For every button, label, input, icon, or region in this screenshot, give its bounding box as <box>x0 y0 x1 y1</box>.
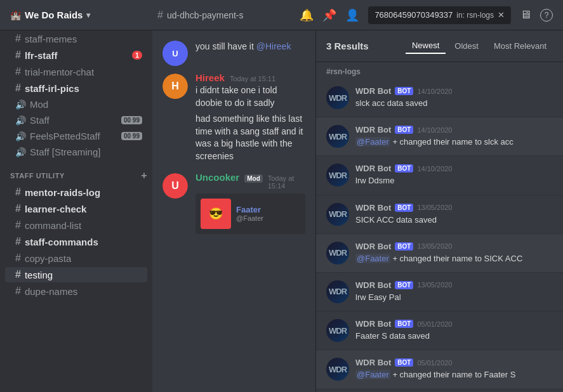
mention: @Faater <box>355 370 390 379</box>
result-date: 05/01/2020 <box>417 359 452 367</box>
hash-icon: # <box>15 33 21 44</box>
sidebar-item-staff-commands[interactable]: # staff-commands <box>5 234 147 249</box>
result-author: WDR Bot <box>355 242 391 251</box>
members-icon[interactable]: 👤 <box>345 8 359 22</box>
sidebar-item-trial-mentor-chat[interactable]: # trial-mentor-chat <box>5 64 147 79</box>
result-content: WDR Bot BOT 14/10/2020 lrw Ddsme <box>355 164 553 186</box>
search-result-item[interactable]: WDR WDR Bot BOT 13/05/2020 SICK ACC data… <box>316 195 563 234</box>
search-result-item[interactable]: WDR WDR Bot BOT 05/01/2020 Faater S data… <box>316 311 563 350</box>
bot-tag: BOT <box>395 204 413 212</box>
preview-name: Faater <box>236 205 263 214</box>
result-date: 14/10/2020 <box>417 126 452 134</box>
monitor-icon[interactable]: 🖥 <box>520 8 531 22</box>
search-tab-newest[interactable]: Newest <box>406 38 446 54</box>
sidebar-item-staff-streaming[interactable]: 🔊 Staff [Streaming] <box>5 145 147 159</box>
hash-icon: # <box>157 10 163 21</box>
result-content: WDR Bot BOT 05/01/2020 Faater S data sav… <box>355 319 553 342</box>
preview-info: Faater @Faater <box>236 205 263 222</box>
chat-area: U you still have it @Hireek H Hireek Tod… <box>152 30 315 392</box>
sidebar-item-copy-pasta[interactable]: # copy-pasta <box>5 251 147 266</box>
result-content: WDR Bot BOT 13/05/2020 @Faater + changed… <box>355 242 553 265</box>
result-author: WDR Bot <box>355 125 391 134</box>
search-result-item[interactable]: WDR WDR Bot BOT 14/10/2020 @Faater + cha… <box>316 117 563 156</box>
sidebar-item-feelspettedstaff[interactable]: 🔊 FeelsPettedStaff 00 99 <box>5 129 147 143</box>
sidebar-item-learner-check[interactable]: # learner-check <box>5 201 147 216</box>
chevron-down-icon: ▾ <box>86 11 90 20</box>
sidebar-item-testing[interactable]: # testing <box>5 267 147 282</box>
hash-icon: # <box>15 219 21 231</box>
sidebar-item-mod[interactable]: 🔊 Mod <box>5 97 147 112</box>
search-result-item[interactable]: WDR WDR Bot BOT 14/10/2020 lrw Ddsme <box>316 156 563 195</box>
message-partial: U you still have it @Hireek <box>162 41 305 66</box>
hash-icon: # <box>15 66 21 77</box>
search-results-count: 3 Results <box>326 41 369 51</box>
sidebar: # staff-memes # lfr-staff 1 # trial-ment… <box>0 30 152 392</box>
message-continuation: had something like this last time with a… <box>195 113 305 162</box>
search-tab-most-relevant[interactable]: Most Relevant <box>487 39 553 53</box>
search-result-item[interactable]: WDR WDR Bot BOT 13/05/2020 @Faater + cha… <box>316 234 563 273</box>
sidebar-item-staff-memes[interactable]: # staff-memes <box>5 31 147 46</box>
sidebar-item-staff[interactable]: 🔊 Staff 00 99 <box>5 113 147 127</box>
message-header: Uncooker Mod Today at 15:14 <box>195 172 305 190</box>
message-image-preview: 😎 Faater @Faater <box>195 193 305 234</box>
sidebar-item-lfr-staff[interactable]: # lfr-staff 1 <box>5 48 147 63</box>
search-result-item[interactable]: WDR WDR Bot BOT 14/10/2020 slck acc data… <box>316 79 563 117</box>
result-text: @Faater + changed their name to slck acc <box>355 136 553 148</box>
hash-icon: # <box>15 82 21 94</box>
hash-icon: # <box>15 236 21 247</box>
bot-tag: BOT <box>395 320 413 328</box>
sidebar-item-staff-irl-pics[interactable]: # staff-irl-pics <box>5 81 147 96</box>
search-bar[interactable]: 768064590703493​37 in: rsn-logs ✕ <box>368 6 511 24</box>
hash-icon: # <box>15 203 21 214</box>
bot-tag: BOT <box>395 126 413 134</box>
result-text: lrw Ddsme <box>355 175 553 186</box>
top-bar: 🏰 We Do Raids ▾ # ud-dhcb-payment-s 🔔 📌 … <box>0 0 563 30</box>
bot-tag: BOT <box>395 358 413 367</box>
result-date: 05/01/2020 <box>417 320 452 328</box>
result-date: 13/05/2020 <box>417 281 452 289</box>
muted-badge: 00 99 <box>121 116 142 124</box>
message-content: Uncooker Mod Today at 15:14 😎 Faater @Fa… <box>195 172 305 234</box>
hash-icon: # <box>15 285 21 297</box>
close-icon[interactable]: ✕ <box>498 10 505 20</box>
bell-icon[interactable]: 🔔 <box>300 8 314 22</box>
channel-indicator: # ud-dhcb-payment-s <box>157 10 244 21</box>
message-uncooker: U Uncooker Mod Today at 15:14 😎 F <box>162 171 305 235</box>
result-author: WDR Bot <box>355 280 391 290</box>
message-author-name: Hireek <box>195 72 225 83</box>
search-result-item[interactable]: WDR WDR Bot BOT 13/05/2020 lrw Easy Pal <box>316 273 563 311</box>
search-result-item[interactable]: WDR WDR Bot BOT 05/01/2020 @Faater + cha… <box>316 350 563 389</box>
pin-icon[interactable]: 📌 <box>322 8 336 22</box>
section-label: STAFF UTILITY <box>10 172 65 180</box>
result-text: lrw Easy Pal <box>355 292 553 303</box>
result-author: WDR Bot <box>355 358 391 367</box>
notification-badge: 1 <box>132 51 142 60</box>
main-layout: # staff-memes # lfr-staff 1 # trial-ment… <box>0 30 563 392</box>
top-bar-icons: 🔔 📌 👤 768064590703493​37 in: rsn-logs ✕ … <box>300 6 553 24</box>
result-header: WDR Bot BOT 05/01/2020 <box>355 358 553 367</box>
voice-icon: 🔊 <box>15 147 26 157</box>
search-tab-oldest[interactable]: Oldest <box>448 39 485 53</box>
sidebar-item-command-list[interactable]: # command-list <box>5 218 147 233</box>
help-icon[interactable]: ? <box>540 9 553 22</box>
search-panel-header: 3 Results Newest Oldest Most Relevant <box>316 30 563 62</box>
message-time: Today at 15:14 <box>268 174 305 190</box>
add-channel-button[interactable]: + <box>141 170 147 181</box>
search-value: 768064590703493​37 <box>374 10 453 20</box>
message-hireek: H Hireek Today at 15:11 i didnt take one… <box>162 71 305 110</box>
wdr-bot-avatar: WDR <box>326 242 349 265</box>
result-date: 13/05/2020 <box>417 242 452 250</box>
channel-name-topbar: ud-dhcb-payment-s <box>167 10 244 20</box>
sidebar-item-dupe-names[interactable]: # dupe-names <box>5 284 147 299</box>
bot-tag: BOT <box>395 281 413 289</box>
wdr-bot-avatar: WDR <box>326 280 349 303</box>
result-header: WDR Bot BOT 14/10/2020 <box>355 125 553 134</box>
sidebar-item-mentor-raids-log[interactable]: # mentor-raids-log <box>5 185 147 200</box>
voice-icon: 🔊 <box>15 131 26 141</box>
server-name-container[interactable]: 🏰 We Do Raids ▾ <box>10 10 150 20</box>
result-content: WDR Bot BOT 13/05/2020 SICK ACC data sav… <box>355 203 553 226</box>
message-header: Hireek Today at 15:11 <box>195 72 305 83</box>
result-author: WDR Bot <box>355 86 391 96</box>
result-text: @Faater + changed their name to SICK ACC <box>355 253 553 265</box>
wdr-bot-avatar: WDR <box>326 125 349 148</box>
